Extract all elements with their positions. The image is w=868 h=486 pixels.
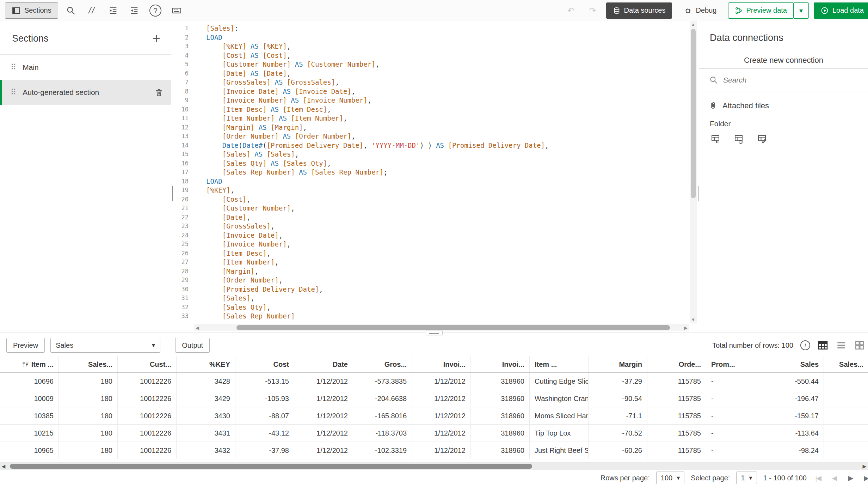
code-line[interactable]: 1[Sales]:: [172, 24, 689, 33]
code-line[interactable]: 10 [Item Desc] AS [Item Desc],: [172, 105, 689, 114]
add-section-button[interactable]: +: [153, 32, 160, 45]
code-line[interactable]: 12 [Margin] AS [Margin],: [172, 123, 689, 132]
drag-handle-icon[interactable]: ⠿: [11, 88, 16, 97]
code-line[interactable]: 18LOAD: [172, 177, 689, 186]
table-select[interactable]: Sales ▾: [50, 338, 160, 353]
info-icon[interactable]: i: [800, 340, 810, 350]
code-line[interactable]: 9 [Invoice Number] AS [Invoice Number],: [172, 96, 689, 105]
insert-connection-icon[interactable]: [710, 134, 721, 144]
redo-icon[interactable]: ↷: [584, 2, 601, 19]
code-line[interactable]: 23 [GrossSales],: [172, 222, 689, 231]
output-tab-button[interactable]: Output: [175, 338, 210, 353]
search-icon[interactable]: [62, 2, 79, 19]
code-line[interactable]: 11 [Item Number] AS [Item Number],: [172, 114, 689, 123]
preview-data-button[interactable]: Preview data: [728, 2, 794, 19]
next-page-icon[interactable]: ▶: [845, 474, 855, 482]
code-line[interactable]: 16 [Sales Qty] AS [Sales Qty],: [172, 159, 689, 168]
code-line[interactable]: 7 [GrossSales] AS [GrossSales],: [172, 78, 689, 87]
code-line[interactable]: 31 [Sales],: [172, 294, 689, 303]
delete-section-icon[interactable]: [154, 87, 164, 97]
table-view-icon[interactable]: [817, 340, 829, 351]
scroll-right-icon[interactable]: ▶: [683, 324, 689, 331]
column-header[interactable]: Prom...: [706, 356, 765, 372]
code-line[interactable]: 15 [Sales] AS [Sales],: [172, 150, 689, 159]
create-connection-button[interactable]: Create new connection: [699, 52, 868, 69]
code-line[interactable]: 2LOAD: [172, 33, 689, 42]
connections-panel-resize-handle[interactable]: [696, 186, 698, 201]
code-line[interactable]: 26 [Item Desc],: [172, 249, 689, 258]
code-line[interactable]: 32 [Sales Qty],: [172, 303, 689, 312]
scroll-up-icon[interactable]: ▲: [690, 21, 697, 28]
table-row[interactable]: 10009180100122263429-105.931/12/2012-204…: [0, 390, 868, 407]
preview-tab-button[interactable]: Preview: [6, 338, 45, 353]
code-line[interactable]: 8 [Invoice Date] AS [Invoice Date],: [172, 87, 689, 96]
code-line[interactable]: 20 [Cost],: [172, 195, 689, 204]
code-line[interactable]: 14 Date(Date#([Promised Delivery Date], …: [172, 141, 689, 150]
section-item-main[interactable]: ⠿ Main: [0, 54, 171, 80]
code-line[interactable]: 21 [Customer Number],: [172, 204, 689, 213]
code-line[interactable]: 28 [Margin],: [172, 267, 689, 276]
column-header[interactable]: Item ...: [530, 356, 589, 372]
code-line[interactable]: 25 [Invoice Number],: [172, 240, 689, 249]
drag-handle-icon[interactable]: ⠿: [11, 63, 16, 72]
preview-data-dropdown-button[interactable]: ▾: [793, 2, 809, 19]
code-line[interactable]: 5 [Customer Number] AS [Customer Number]…: [172, 60, 689, 69]
load-data-button[interactable]: Load data: [814, 2, 868, 19]
code-line[interactable]: 27 [Item Number],: [172, 258, 689, 267]
column-header[interactable]: Item ...: [0, 356, 59, 372]
prev-page-icon[interactable]: ◀: [829, 474, 839, 482]
table-row[interactable]: 10965180100122263432-37.981/12/2012-102.…: [0, 442, 868, 459]
undo-icon[interactable]: ↶: [562, 2, 579, 19]
comment-icon[interactable]: //: [84, 2, 100, 19]
code-line[interactable]: 17 [Sales Rep Number] AS [Sales Rep Numb…: [172, 168, 689, 177]
code-line[interactable]: 19[%KEY],: [172, 186, 689, 195]
column-header[interactable]: Invoi...: [412, 356, 471, 372]
list-view-icon[interactable]: [836, 340, 847, 351]
column-header[interactable]: Orde...: [647, 356, 706, 372]
scroll-right-icon[interactable]: ▶: [861, 462, 868, 470]
scroll-left-icon[interactable]: ◀: [194, 324, 201, 331]
select-page-select[interactable]: 1 ▾: [736, 472, 757, 484]
last-page-icon[interactable]: ▶|: [862, 474, 868, 482]
sidebar-resize-handle[interactable]: [170, 186, 173, 201]
grid-view-icon[interactable]: [854, 340, 865, 351]
column-header[interactable]: %KEY: [177, 356, 235, 372]
section-item-auto-generated[interactable]: ⠿ Auto-generated section: [0, 80, 171, 105]
column-header[interactable]: Margin: [589, 356, 647, 372]
code-line[interactable]: 30 [Promised Delivery Date],: [172, 285, 689, 294]
first-page-icon[interactable]: |◀: [813, 474, 823, 482]
code-line[interactable]: 4 [Cost] AS [Cost],: [172, 51, 689, 60]
edit-connection-icon[interactable]: [756, 134, 768, 144]
code-line[interactable]: 22 [Date],: [172, 213, 689, 222]
preview-resize-handle[interactable]: [426, 330, 443, 335]
code-line[interactable]: 3 [%KEY] AS [%KEY],: [172, 42, 689, 51]
outdent-icon[interactable]: [126, 2, 143, 19]
select-data-icon[interactable]: [733, 134, 744, 144]
help-icon[interactable]: ?: [147, 2, 164, 19]
scroll-left-icon[interactable]: ◀: [0, 462, 7, 470]
editor-vertical-scrollbar[interactable]: ▲ ▼: [690, 21, 697, 323]
attached-files-row[interactable]: Attached files: [699, 91, 868, 110]
code-line[interactable]: 13 [Order Number] AS [Order Number],: [172, 132, 689, 141]
debug-button[interactable]: Debug: [677, 2, 723, 19]
column-header[interactable]: Cust...: [118, 356, 177, 372]
table-horizontal-scrollbar[interactable]: ◀ ▶: [0, 462, 868, 470]
code-line[interactable]: 34: [172, 321, 689, 323]
code-line[interactable]: 29 [Order Number],: [172, 276, 689, 285]
data-sources-button[interactable]: Data sources: [606, 2, 672, 19]
column-header[interactable]: Cost: [235, 356, 294, 372]
shortcuts-icon[interactable]: [168, 2, 185, 19]
column-header[interactable]: Sales...: [59, 356, 118, 372]
scrollbar-thumb[interactable]: [236, 325, 670, 330]
table-row[interactable]: 10215180100122263431-43.121/12/2012-118.…: [0, 425, 868, 442]
script-editor[interactable]: 1[Sales]:2LOAD3 [%KEY] AS [%KEY],4 [Cost…: [172, 21, 697, 333]
connection-search-input[interactable]: [723, 76, 860, 84]
column-header[interactable]: Sales: [765, 356, 824, 372]
scrollbar-thumb[interactable]: [10, 464, 532, 469]
scroll-down-icon[interactable]: ▼: [690, 316, 697, 323]
code-line[interactable]: 6 [Date] AS [Date],: [172, 69, 689, 78]
indent-icon[interactable]: [105, 2, 122, 19]
code-line[interactable]: 24 [Invoice Date],: [172, 231, 689, 240]
code-line[interactable]: 33 [Sales Rep Number]: [172, 312, 689, 321]
column-header[interactable]: Sales...: [824, 356, 868, 372]
